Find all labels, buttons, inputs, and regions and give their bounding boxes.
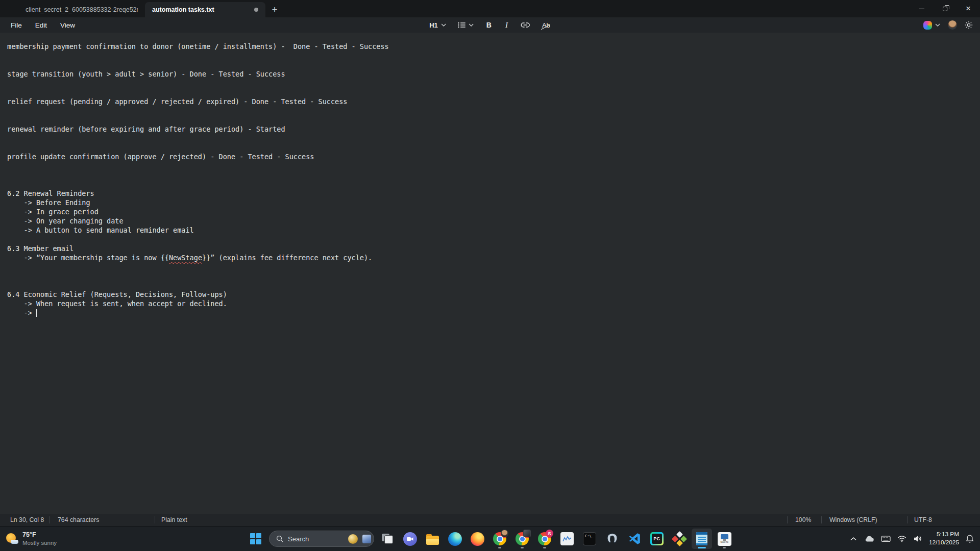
chrome-profile3-button[interactable]: S: [534, 529, 555, 549]
editor-line[interactable]: -> When request is sent, when accept or …: [7, 299, 980, 308]
start-button[interactable]: [246, 529, 266, 549]
search-box[interactable]: Search: [269, 531, 374, 547]
notepad-icon: [696, 532, 707, 545]
link-button[interactable]: [517, 21, 534, 29]
window-controls: ×: [910, 0, 980, 17]
bold-button[interactable]: B: [481, 19, 497, 31]
chevron-down-icon: [441, 23, 446, 27]
settings-gear-icon[interactable]: [965, 21, 973, 29]
editor-line[interactable]: [7, 235, 980, 244]
editor-line[interactable]: -> A button to send manual reminder emai…: [7, 226, 980, 235]
editor-line[interactable]: ->: [7, 308, 980, 317]
close-button[interactable]: ×: [957, 0, 980, 17]
tab-client-secret[interactable]: client_secret_2_60053885332-2reqe52rrib: [18, 2, 145, 17]
heading-dropdown[interactable]: H1: [425, 20, 450, 31]
profile-letter-badge: S: [546, 530, 553, 537]
account-avatar[interactable]: [948, 20, 957, 30]
menu-view[interactable]: View: [54, 19, 82, 31]
file-explorer-icon: [426, 536, 439, 545]
encoding: UTF-8: [908, 514, 980, 526]
search-highlight-box-image: [362, 535, 371, 543]
file-explorer-button[interactable]: [422, 529, 443, 549]
tab-label: automation tasks.txt: [152, 6, 214, 13]
terminal-button[interactable]: C:\_: [579, 529, 600, 549]
tray-time: 5:13 PM: [929, 531, 959, 539]
running-indicator: [521, 547, 524, 548]
weather-widget[interactable]: 75°F Mostly sunny: [5, 531, 57, 546]
zoom-level: 100%: [788, 514, 821, 526]
chevron-down-icon: [469, 23, 474, 27]
editor-line[interactable]: [7, 134, 980, 143]
search-icon: [276, 535, 283, 542]
editor-line[interactable]: [7, 143, 980, 152]
list-dropdown[interactable]: [454, 20, 478, 30]
editor-line[interactable]: [7, 262, 980, 271]
editor-line[interactable]: [7, 79, 980, 88]
editor-line[interactable]: -> On year changing date: [7, 216, 980, 226]
editor-line[interactable]: [7, 180, 980, 189]
menu-edit[interactable]: Edit: [29, 19, 54, 31]
menu-bar: File Edit View H1 B I: [0, 17, 980, 33]
editor-line[interactable]: stage transition (youth > adult > senior…: [7, 69, 980, 79]
tab-automation-tasks[interactable]: automation tasks.txt: [145, 2, 265, 17]
firefox-button[interactable]: [467, 529, 487, 549]
editor-line[interactable]: -> “Your membership stage is now {{NewSt…: [7, 253, 980, 262]
notepad-button[interactable]: [692, 529, 712, 549]
editor-line[interactable]: 6.3 Member email: [7, 244, 980, 253]
editor-line[interactable]: [7, 60, 980, 69]
editor-line[interactable]: profile update confirmation (approve / r…: [7, 152, 980, 161]
editor-line[interactable]: [7, 88, 980, 97]
chrome-profile1-button[interactable]: [489, 529, 510, 549]
tab-bar: client_secret_2_60053885332-2reqe52rrib …: [0, 0, 980, 17]
line-ending: Windows (CRLF): [822, 514, 907, 526]
touch-keyboard-icon[interactable]: [881, 535, 891, 542]
new-tab-button[interactable]: +: [265, 2, 284, 17]
editor-line[interactable]: [7, 51, 980, 60]
editor-line[interactable]: [7, 281, 980, 290]
weather-condition: Mostly sunny: [22, 539, 57, 546]
editor-line[interactable]: -> Before Ending: [7, 198, 980, 207]
taskpro-button[interactable]: TaskPro: [714, 529, 734, 549]
postgresql-button[interactable]: [602, 529, 622, 549]
bell-icon[interactable]: [966, 534, 974, 543]
vscode-button[interactable]: [624, 529, 645, 549]
editor-line[interactable]: membership payment confirmation to donor…: [7, 42, 980, 51]
edge-button[interactable]: [445, 529, 465, 549]
copilot-button[interactable]: [923, 21, 940, 30]
editor-line[interactable]: [7, 161, 980, 170]
editor-line[interactable]: [7, 106, 980, 115]
editor-line[interactable]: relief request (pending / approved / rej…: [7, 97, 980, 106]
list-icon: [458, 22, 465, 28]
profile-avatar-badge: [501, 530, 508, 537]
editor-line[interactable]: renewal reminder (before expiring and af…: [7, 124, 980, 134]
link-icon: [521, 22, 530, 28]
volume-icon[interactable]: [913, 535, 922, 542]
task-view-button[interactable]: [377, 529, 398, 549]
task-manager-button[interactable]: [557, 529, 577, 549]
running-indicator: [543, 547, 546, 548]
editor-line[interactable]: -> In grace period: [7, 207, 980, 216]
wifi-icon[interactable]: [897, 535, 906, 542]
chat-button[interactable]: [400, 529, 420, 549]
clear-format-icon: Ab: [542, 21, 550, 29]
onedrive-icon[interactable]: [864, 535, 874, 542]
editor-line[interactable]: 6.2 Renewal Reminders: [7, 189, 980, 198]
editor-line[interactable]: [7, 115, 980, 124]
italic-button[interactable]: I: [500, 19, 513, 31]
pycharm-icon: PC: [650, 532, 664, 545]
text-editor[interactable]: membership payment confirmation to donor…: [0, 33, 980, 514]
chrome-profile2-button[interactable]: [512, 529, 532, 549]
editor-line[interactable]: [7, 170, 980, 180]
pycharm-button[interactable]: PC: [647, 529, 667, 549]
tray-chevron-icon[interactable]: [850, 537, 857, 541]
editor-line[interactable]: 6.4 Economic Relief (Requests, Decisions…: [7, 290, 980, 299]
diff-tool-button[interactable]: [669, 529, 690, 549]
clear-format-button[interactable]: Ab: [537, 20, 555, 31]
menu-file[interactable]: File: [4, 19, 29, 31]
tray-date: 12/10/2025: [929, 539, 959, 547]
restore-button[interactable]: [933, 0, 957, 17]
editor-line[interactable]: [7, 271, 980, 281]
weather-sun-cloud-icon: [5, 533, 18, 545]
clock[interactable]: 5:13 PM 12/10/2025: [929, 531, 959, 547]
minimize-button[interactable]: [910, 0, 933, 17]
